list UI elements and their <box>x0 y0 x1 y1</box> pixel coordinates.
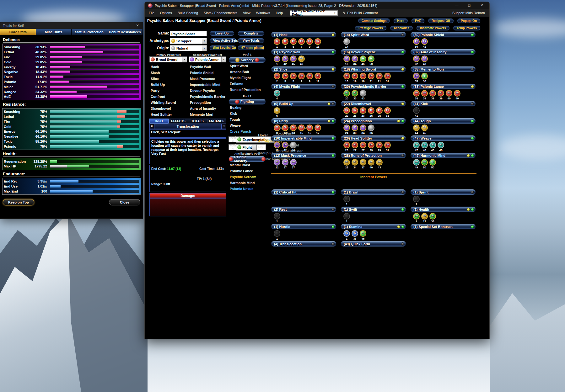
enhancement-slot[interactable]: 50 40 <box>445 90 453 100</box>
enhancement-slot[interactable]: 50 18 <box>343 73 351 83</box>
enhancement-slot[interactable]: 50 37 <box>289 159 297 169</box>
power-bar[interactable]: (2) Slice <box>271 66 336 72</box>
view-active-sets-button[interactable]: View Active Sets <box>209 38 236 43</box>
toolbar-pill-button[interactable]: PvE <box>411 18 425 24</box>
enhancement-slot[interactable]: 50 27 <box>351 142 359 152</box>
power-list-item[interactable]: Enflame <box>229 81 266 87</box>
power-bar[interactable]: (32) Aura of Insanity <box>410 49 476 55</box>
enhancement-slot[interactable]: 41 <box>412 107 420 117</box>
maximize-icon[interactable]: □ <box>463 2 476 9</box>
archetype-select[interactable]: Scrapper ▼ <box>170 38 207 44</box>
enhancement-slot[interactable]: 50 34 <box>351 159 359 169</box>
power-list-item[interactable]: Whirling Sword <box>149 100 188 106</box>
enhancement-slot[interactable]: 50 48 <box>437 142 445 152</box>
enhancement-slot[interactable]: 50 28 <box>343 159 351 169</box>
enhancement-slot[interactable]: 50 13 <box>281 124 289 135</box>
menu-item[interactable]: Windows <box>253 11 273 15</box>
menu-item[interactable]: Options <box>157 11 175 15</box>
power-list-item[interactable]: Mystic Flight <box>229 75 266 81</box>
enhancement-slot[interactable]: 50 31 <box>384 107 391 117</box>
expand-icon[interactable]: □ <box>222 124 226 129</box>
power-list-item[interactable]: Confront <box>149 94 188 100</box>
power-list-item[interactable]: Parry <box>149 88 188 94</box>
toolbar-pill-button[interactable]: Accolades <box>390 25 413 31</box>
enhancement-slot[interactable]: 43 <box>359 90 367 100</box>
power-list-item[interactable]: Impenetrable Mind <box>189 82 227 88</box>
edit-build-comment[interactable]: ✎ Edit Build Comment <box>343 11 378 15</box>
enhancement-slot[interactable]: 1 <box>343 213 351 223</box>
enhancement-slot[interactable]: 50 32 <box>412 56 420 66</box>
power-list-item[interactable]: Arcane Bolt <box>229 69 266 75</box>
enhancement-slot[interactable]: 50 34 <box>359 124 367 135</box>
toolbar-pill-button[interactable]: Temp Powers <box>453 25 481 31</box>
enhancement-slot[interactable]: 46 <box>289 142 297 152</box>
pool-dropdown[interactable]: Psionic Mastery <box>229 156 266 162</box>
totals-tab[interactable]: Misc Buffs <box>36 29 72 35</box>
enhancement-slot[interactable]: 53 43 <box>421 56 428 66</box>
enhancement-slot[interactable]: 50 13 <box>289 124 297 135</box>
toolbar-pill-button[interactable]: Recipes: Off <box>428 18 454 24</box>
power-list-item[interactable]: Precognition <box>189 100 227 106</box>
enhancement-slot[interactable]: 50 9 <box>306 38 314 48</box>
power-list-item[interactable]: Tough <box>229 117 266 123</box>
power-list-item[interactable]: Spirit Ward <box>229 63 266 69</box>
enhancement-slot[interactable]: 50 15 <box>298 124 305 135</box>
enhancement-slot[interactable]: 50 25 <box>367 107 375 117</box>
enhancement-slot[interactable]: 50 2 <box>273 73 281 83</box>
enhancement-slot[interactable]: 50 17 <box>314 124 322 135</box>
enhancement-slot[interactable]: 50 9 <box>306 73 314 83</box>
power-bar[interactable]: (20) Psychokinetic Barrier <box>341 83 406 89</box>
enhancement-slot[interactable]: 50 38 <box>412 90 420 100</box>
enhancement-slot[interactable]: 50 19 <box>351 73 359 83</box>
info-tab[interactable]: EFFECTS <box>169 119 188 124</box>
enhancement-slot[interactable]: 50 4 <box>273 90 281 100</box>
enhancement-slot[interactable]: 50 44 <box>412 124 420 135</box>
enhancement-slot[interactable]: 50 7 <box>298 73 305 83</box>
enhancement-slot[interactable]: 50 39 <box>437 90 445 100</box>
secondary-set-select[interactable]: Psionic Armor ▼ <box>189 56 226 62</box>
close-icon[interactable]: ✕ <box>476 2 488 9</box>
toolbar-pill-button[interactable]: Hero <box>393 18 408 24</box>
power-bar[interactable]: (18) Whirling Sword <box>341 66 406 72</box>
power-list-item[interactable]: Weave <box>229 123 266 129</box>
power-bar[interactable]: (2) Rest <box>271 206 336 212</box>
enhancement-slot[interactable]: 50 45 <box>289 56 297 66</box>
pool-combobox[interactable]: Flight <box>236 144 257 151</box>
enhancement-slot[interactable]: 50 33 <box>351 90 359 100</box>
enhancement-slot[interactable]: 50 29 <box>375 142 383 152</box>
enhancement-slot[interactable]: 50 23 <box>359 107 367 117</box>
enhancement-slot[interactable]: 50 10 <box>273 142 281 152</box>
enhancement-slot[interactable]: 50 43 <box>375 159 383 169</box>
enhancement-slot[interactable]: + 50 <box>367 56 375 66</box>
power-list-item[interactable]: Build Up <box>149 82 188 88</box>
totals-titlebar[interactable]: Totals for Self ✕ <box>0 22 143 29</box>
enhancement-slot[interactable]: 50 40 <box>453 90 461 100</box>
enhancement-slot[interactable]: 50 7 <box>298 38 305 48</box>
info-tab[interactable]: INFO <box>149 119 169 124</box>
power-bar[interactable]: (1) Hack <box>271 32 336 38</box>
menu-item[interactable]: File <box>146 11 157 15</box>
power-list-item[interactable]: Boxing <box>229 105 266 111</box>
power-bar[interactable]: (44) Tough <box>410 118 476 124</box>
enhancement-slot[interactable]: 50 1 <box>412 213 420 223</box>
enhancement-slot[interactable]: 2 <box>273 213 281 223</box>
power-list-item[interactable]: Aura of Insanity <box>189 106 227 112</box>
enhancement-slot[interactable]: 50 11 <box>314 38 322 48</box>
enhancement-slot[interactable]: 50 21 <box>375 73 383 83</box>
enhancement-slot[interactable]: 50 50 <box>421 159 428 169</box>
enhancement-slot[interactable]: 50 47 <box>412 142 420 152</box>
power-list-item[interactable]: Mental Blast <box>229 162 266 168</box>
enhancement-slot[interactable]: 50 22 <box>343 107 351 117</box>
favorite-button[interactable]: F <box>149 124 154 129</box>
enhancement-slot[interactable]: 50 21 <box>367 73 375 83</box>
enhancement-slot[interactable]: 50 40 <box>367 159 375 169</box>
level-up-button[interactable]: Level-Up <box>209 31 234 36</box>
enhancement-slot[interactable]: 50 33 <box>351 124 359 135</box>
menu-item[interactable]: Help <box>273 11 286 15</box>
enhancement-slot[interactable]: + 46 <box>359 56 367 66</box>
enhancement-slot[interactable]: 50 26 <box>343 142 351 152</box>
power-bar[interactable]: (4) Translocation <box>271 241 336 247</box>
support-link[interactable]: Support Mids Reborn <box>452 11 488 15</box>
power-bar[interactable]: (1) Swift <box>341 206 406 212</box>
enhancement-slot[interactable]: 50 39 <box>429 90 437 100</box>
